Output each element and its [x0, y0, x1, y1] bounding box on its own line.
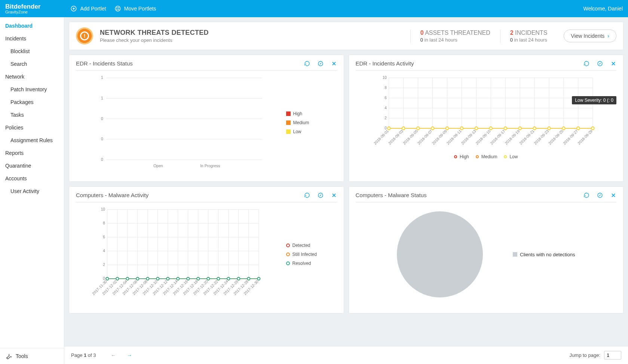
content: ! NETWORK THREATS DETECTED Please check … [64, 17, 628, 346]
stat-assets-num: 0 [420, 30, 424, 36]
svg-point-198 [237, 278, 240, 280]
close-button[interactable] [610, 61, 616, 67]
portlet-malware-status: Computers - Malware Status Clients with … [349, 186, 624, 313]
legend-swatch [454, 155, 457, 158]
refresh-button[interactable] [583, 61, 589, 67]
svg-point-189 [146, 278, 149, 280]
prev-page-button[interactable]: ← [111, 352, 116, 358]
chevron-right-icon: › [607, 33, 609, 39]
next-page-button[interactable]: → [127, 352, 132, 358]
svg-text:2018-09-03: 2018-09-03 [387, 129, 404, 145]
move-portlets-button[interactable]: Move Portlets [114, 5, 156, 12]
svg-point-188 [136, 278, 139, 280]
portlet-grid: EDR - Incidents Status 00011OpenIn Progr… [69, 55, 624, 313]
page-indicator: Page 1 of 3 [71, 352, 96, 358]
legend-label: High [293, 111, 303, 116]
close-icon [331, 61, 337, 66]
stat-incidents-num: 2 [510, 30, 514, 36]
portlet-actions [304, 61, 337, 67]
close-button[interactable] [331, 61, 337, 67]
refresh-icon [583, 192, 589, 198]
sidebar-item-reports[interactable]: Reports [0, 147, 64, 159]
legend-swatch [286, 120, 291, 125]
portlet-title: Computers - Malware Activity [76, 192, 148, 198]
legend-swatch [476, 155, 479, 158]
welcome-text[interactable]: Welcome, Daniel [583, 6, 623, 12]
svg-text:2018-09-07: 2018-09-07 [416, 129, 433, 145]
legend-item: Low [504, 154, 518, 159]
svg-point-196 [217, 278, 220, 280]
malware-status-pie [397, 211, 483, 297]
sidebar-item-packages[interactable]: Packages [0, 96, 64, 108]
legend-item: Medium [286, 120, 337, 125]
svg-point-4 [117, 9, 117, 10]
tools-button[interactable]: Tools [0, 348, 64, 364]
svg-text:2018-09-09: 2018-09-09 [431, 129, 447, 145]
edr-activity-chart: 02468102018-09-012018-09-032018-09-05201… [356, 76, 617, 151]
sidebar-item-incidents[interactable]: Incidents [0, 32, 64, 45]
svg-text:2018-09-05: 2018-09-05 [402, 129, 419, 145]
sidebar-item-patch-inventory[interactable]: Patch Inventory [0, 83, 64, 96]
stat-incidents-blabel: in last 24 hours [514, 37, 547, 43]
edit-button[interactable] [597, 61, 603, 67]
legend-swatch [504, 155, 507, 158]
svg-point-186 [116, 278, 119, 280]
svg-point-3 [118, 7, 119, 8]
sidebar-item-search[interactable]: Search [0, 58, 64, 70]
svg-text:8: 8 [103, 221, 105, 225]
legend-swatch [286, 111, 291, 116]
svg-text:2018-09-17: 2018-09-17 [489, 129, 506, 145]
sidebar-item-accounts[interactable]: Accounts [0, 172, 64, 185]
svg-point-94 [402, 127, 405, 130]
refresh-button[interactable] [304, 192, 310, 198]
edit-icon [597, 192, 603, 198]
edit-icon [597, 61, 603, 67]
sidebar-item-user-activity[interactable]: User Activity [0, 185, 64, 198]
plus-circle-icon [70, 5, 77, 12]
refresh-button[interactable] [304, 61, 310, 67]
svg-text:Open: Open [153, 164, 163, 168]
sidebar-item-blocklist[interactable]: Blocklist [0, 45, 64, 58]
refresh-button[interactable] [583, 192, 589, 198]
svg-text:2018-09-23: 2018-09-23 [533, 129, 549, 145]
stat-assets-label: ASSETS THREATENED [425, 30, 490, 36]
legend-label: Low [509, 154, 518, 159]
sidebar-item-network[interactable]: Network [0, 70, 64, 83]
svg-text:2018-09-15: 2018-09-15 [475, 129, 491, 145]
threat-banner: ! NETWORK THREATS DETECTED Please check … [69, 22, 624, 50]
legend-item: Still Infected [286, 252, 337, 257]
view-incidents-label: View Incidents [571, 33, 604, 39]
edit-button[interactable] [318, 192, 324, 198]
stat-incidents-label: INCIDENTS [515, 30, 547, 36]
sidebar-item-dashboard[interactable]: Dashboard [0, 19, 64, 32]
svg-text:10: 10 [382, 76, 387, 80]
legend-label: Detected [292, 243, 310, 248]
brand: Bitdefender GravityZone [5, 3, 40, 14]
sidebar-item-policies[interactable]: Policies [0, 121, 64, 134]
sidebar-item-quarantine[interactable]: Quarantine [0, 159, 64, 172]
close-button[interactable] [610, 192, 616, 198]
portlet-edr-status: EDR - Incidents Status 00011OpenIn Progr… [69, 55, 344, 182]
svg-point-100 [489, 127, 492, 130]
close-button[interactable] [331, 192, 337, 198]
jump-label: Jump to page: [570, 352, 600, 358]
svg-point-98 [460, 127, 463, 130]
view-incidents-button[interactable]: View Incidents › [564, 30, 616, 42]
svg-point-99 [475, 127, 477, 130]
svg-point-2 [117, 7, 117, 8]
legend-item: High [286, 111, 337, 116]
severity-legend-horizontal: HighMediumLow [356, 154, 617, 159]
legend-swatch [286, 244, 290, 247]
legend-label: Still Infected [292, 252, 317, 257]
sidebar-item-tasks[interactable]: Tasks [0, 108, 64, 121]
add-portlet-button[interactable]: Add Portlet [70, 5, 106, 12]
jump-input[interactable] [604, 351, 621, 360]
sidebar-item-assignment-rules[interactable]: Assignment Rules [0, 134, 64, 147]
edit-button[interactable] [318, 61, 324, 67]
close-icon [331, 193, 337, 198]
stat-incidents: 2 INCIDENTS 0 in last 24 hours [500, 30, 557, 43]
svg-text:4: 4 [103, 249, 105, 253]
tools-label: Tools [16, 353, 28, 359]
edit-button[interactable] [597, 192, 603, 198]
legend-item: Detected [286, 243, 337, 248]
